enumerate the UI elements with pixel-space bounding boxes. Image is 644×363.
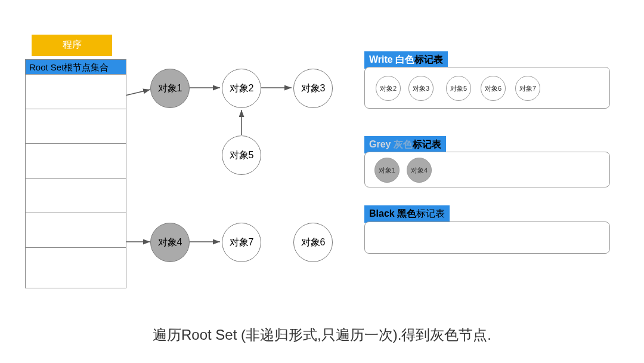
white-item-3: 对象5 bbox=[446, 76, 471, 101]
black-header: Black 黑色标记表 bbox=[364, 205, 450, 223]
object-6-node: 对象6 bbox=[293, 223, 333, 262]
rootset-row-2 bbox=[25, 109, 126, 144]
grey-box: 对象1 对象4 bbox=[364, 152, 610, 187]
object-7-node: 对象7 bbox=[222, 223, 261, 262]
rootset-row-5 bbox=[25, 213, 126, 248]
white-box: 对象2 对象3 对象5 对象6 对象7 bbox=[364, 67, 610, 109]
grey-item-2: 对象4 bbox=[407, 158, 432, 183]
white-item-4: 对象6 bbox=[481, 76, 506, 101]
grey-header-a: Grey bbox=[369, 139, 394, 149]
rootset-row-6 bbox=[25, 247, 126, 288]
black-header-b: 标记表 bbox=[416, 208, 445, 219]
black-header-a: Black 黑色 bbox=[369, 208, 416, 219]
object-3-node: 对象3 bbox=[293, 69, 333, 108]
black-box bbox=[364, 222, 610, 254]
grey-header-c: 标记表 bbox=[413, 139, 441, 149]
svg-line-0 bbox=[125, 90, 150, 96]
caption-text: 遍历Root Set (非递归形式,只遍历一次).得到灰色节点. bbox=[107, 325, 537, 344]
rootset-row-4 bbox=[25, 178, 126, 213]
grey-header: Grey 灰色标记表 bbox=[364, 136, 446, 153]
white-item-1: 对象2 bbox=[376, 76, 401, 101]
rootset-header: Root Set根节点集合 bbox=[25, 59, 126, 75]
program-header: 程序 bbox=[32, 35, 112, 56]
white-item-2: 对象3 bbox=[408, 76, 434, 101]
grey-item-1: 对象1 bbox=[374, 158, 400, 183]
rootset-row-3 bbox=[25, 143, 126, 179]
object-4-node: 对象4 bbox=[150, 223, 190, 262]
white-header: Write 白色标记表 bbox=[364, 51, 448, 69]
rootset-row-1 bbox=[25, 74, 126, 109]
grey-header-b: 灰色 bbox=[394, 139, 413, 149]
object-1-node: 对象1 bbox=[150, 69, 190, 108]
white-item-5: 对象7 bbox=[515, 76, 540, 101]
object-5-node: 对象5 bbox=[222, 136, 261, 175]
object-2-node: 对象2 bbox=[222, 69, 261, 108]
white-header-b: 标记表 bbox=[414, 54, 443, 64]
white-header-a: Write 白色 bbox=[369, 54, 414, 64]
